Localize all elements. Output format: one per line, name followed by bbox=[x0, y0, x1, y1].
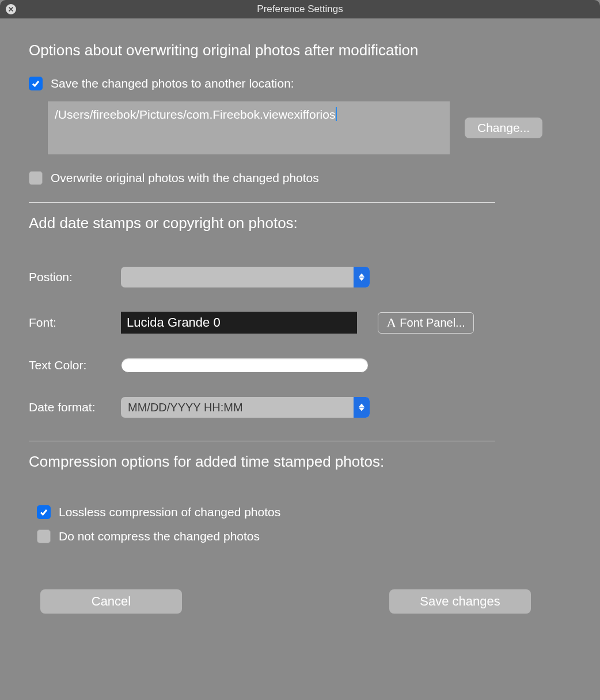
chevron-updown-icon bbox=[354, 397, 370, 418]
cancel-button[interactable]: Cancel bbox=[40, 589, 182, 614]
checkbox-no-compress[interactable] bbox=[37, 529, 51, 543]
checkbox-save-other-location[interactable] bbox=[29, 77, 43, 90]
divider bbox=[29, 202, 495, 203]
font-display: Lucida Grande 0 bbox=[121, 312, 357, 334]
font-panel-button-label: Font Panel... bbox=[400, 316, 465, 330]
chevron-updown-icon bbox=[354, 267, 370, 287]
section-heading-compression: Compression options for added time stamp… bbox=[29, 453, 577, 471]
text-color-label: Text Color: bbox=[29, 358, 121, 372]
checkbox-overwrite-original-label: Overwrite original photos with the chang… bbox=[51, 171, 319, 185]
checkbox-lossless-label: Lossless compression of changed photos bbox=[59, 505, 280, 519]
checkbox-save-other-location-label: Save the changed photos to another locat… bbox=[51, 77, 294, 90]
section-heading-overwrite: Options about overwriting original photo… bbox=[29, 41, 577, 59]
text-color-well[interactable] bbox=[121, 358, 369, 373]
date-format-label: Date format: bbox=[29, 400, 121, 414]
position-label: Postion: bbox=[29, 270, 121, 284]
close-button[interactable] bbox=[6, 4, 16, 14]
date-format-select-value: MM/DD/YYYY HH:MM bbox=[128, 401, 243, 414]
position-select[interactable] bbox=[121, 267, 370, 287]
save-path-input[interactable]: /Users/fireebok/Pictures/com.Fireebok.vi… bbox=[47, 101, 450, 155]
save-changes-button[interactable]: Save changes bbox=[389, 589, 531, 614]
svg-marker-4 bbox=[359, 404, 364, 407]
date-format-select[interactable]: MM/DD/YYYY HH:MM bbox=[121, 397, 370, 418]
checkbox-overwrite-original[interactable] bbox=[29, 171, 43, 185]
section-heading-datestamp: Add date stamps or copyright on photos: bbox=[29, 214, 577, 232]
change-path-button[interactable]: Change... bbox=[465, 118, 542, 138]
checkbox-no-compress-label: Do not compress the changed photos bbox=[59, 529, 260, 543]
svg-marker-3 bbox=[359, 278, 364, 281]
font-panel-button[interactable]: A Font Panel... bbox=[378, 312, 474, 334]
svg-marker-5 bbox=[359, 408, 364, 411]
text-cursor bbox=[336, 107, 337, 121]
save-path-value: /Users/fireebok/Pictures/com.Fireebok.vi… bbox=[55, 108, 335, 121]
font-label: Font: bbox=[29, 316, 121, 330]
font-display-value: Lucida Grande 0 bbox=[127, 315, 221, 330]
divider bbox=[29, 441, 495, 441]
font-icon: A bbox=[386, 315, 396, 331]
window-title: Preference Settings bbox=[0, 3, 600, 15]
titlebar: Preference Settings bbox=[0, 0, 600, 18]
svg-marker-2 bbox=[359, 274, 364, 277]
checkbox-lossless[interactable] bbox=[37, 505, 51, 519]
